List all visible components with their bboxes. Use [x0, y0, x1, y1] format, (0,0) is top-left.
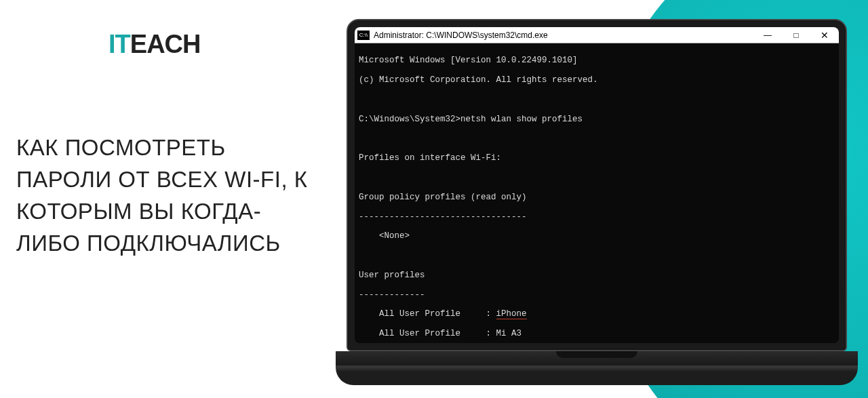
laptop-frame: C:\\ Administrator: C:\WINDOWS\system32\… — [336, 19, 858, 385]
term-line: ------------- — [359, 290, 835, 300]
laptop-bezel: C:\\ Administrator: C:\WINDOWS\system32\… — [347, 19, 847, 351]
term-blank — [359, 251, 835, 260]
logo: ITEACH — [108, 30, 200, 59]
maximize-button[interactable]: □ — [782, 27, 810, 43]
term-line: User profiles — [359, 271, 835, 280]
laptop-screen: C:\\ Administrator: C:\WINDOWS\system32\… — [355, 27, 839, 343]
cmd-window: C:\\ Administrator: C:\WINDOWS\system32\… — [355, 27, 839, 343]
logo-part1: IT — [108, 30, 130, 58]
term-profile-row: All User Profile : Mi A3 — [359, 329, 835, 338]
highlighted-profile: iPhone — [496, 309, 527, 319]
term-blank — [359, 95, 835, 104]
cmd-titlebar[interactable]: C:\\ Administrator: C:\WINDOWS\system32\… — [355, 27, 839, 43]
term-line: (c) Microsoft Corporation. All rights re… — [359, 75, 835, 85]
term-line: Profiles on interface Wi-Fi: — [359, 153, 835, 163]
laptop-notch — [556, 351, 637, 358]
term-line: Group policy profiles (read only) — [359, 193, 835, 202]
term-line: Microsoft Windows [Version 10.0.22499.10… — [359, 56, 835, 65]
logo-part2: EACH — [130, 30, 201, 58]
cmd-title: Administrator: C:\WINDOWS\system32\cmd.e… — [374, 31, 548, 40]
minimize-button[interactable]: — — [753, 27, 782, 43]
close-button[interactable]: ✕ — [810, 27, 839, 43]
headline-text: КАК ПОСМОТРЕТЬ ПАРОЛИ ОТ ВСЕХ WI-FI, К К… — [16, 132, 315, 259]
term-prompt: C:\Windows\System32> — [359, 115, 460, 124]
term-blank — [359, 134, 835, 143]
term-blank — [359, 173, 835, 182]
term-line: <None> — [359, 231, 835, 241]
terminal-body[interactable]: Microsoft Windows [Version 10.0.22499.10… — [355, 43, 839, 343]
term-line: --------------------------------- — [359, 212, 835, 222]
term-profile-row: All User Profile : iPhone — [359, 309, 835, 319]
term-command: netsh wlan show profiles — [460, 115, 583, 124]
cmd-icon: C:\\ — [357, 31, 370, 40]
term-prompt-line: C:\Windows\System32>netsh wlan show prof… — [359, 115, 835, 124]
